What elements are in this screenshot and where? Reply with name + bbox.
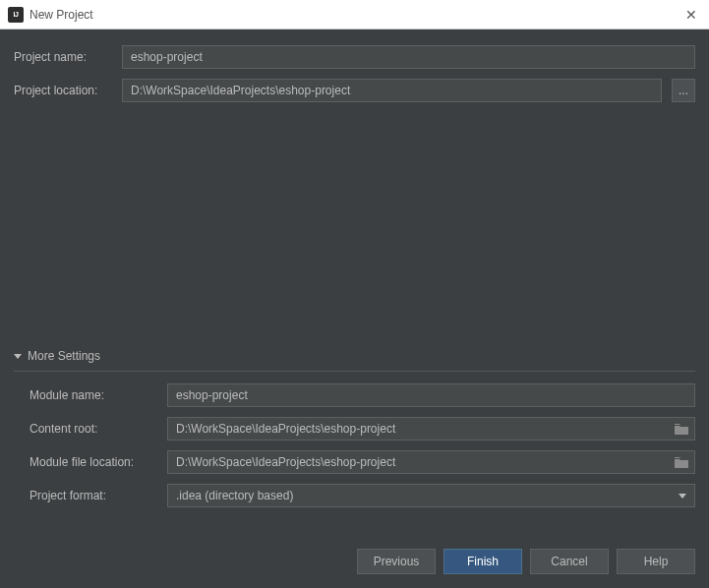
module-file-location-input[interactable] [168,451,675,473]
project-name-input[interactable] [122,45,695,69]
project-location-row: Project location: ... [14,79,695,102]
titlebar[interactable]: New Project ✕ [0,0,709,29]
browse-button[interactable]: ... [672,79,695,102]
more-settings-label: More Settings [28,349,100,363]
folder-icon[interactable] [675,424,688,435]
module-name-row: Module name: [30,383,695,407]
content-root-row: Content root: [30,417,695,441]
divider [14,371,695,372]
project-format-value: .idea (directory based) [176,489,293,502]
window-title: New Project [30,8,93,22]
project-format-row: Project format: .idea (directory based) [30,484,695,507]
folder-icon[interactable] [675,457,688,468]
more-settings-toggle[interactable]: More Settings [14,349,695,363]
module-name-label: Module name: [30,388,157,402]
app-icon [8,7,24,23]
more-settings-body: Module name: Content root: Module file l… [14,383,695,517]
module-file-location-field[interactable] [167,450,695,474]
project-location-label: Project location: [14,84,112,97]
project-location-input[interactable] [122,79,662,102]
content-root-field[interactable] [167,417,695,441]
finish-button[interactable]: Finish [443,549,522,574]
content-root-input[interactable] [168,418,675,440]
project-format-label: Project format: [30,489,157,502]
module-file-location-row: Module file location: [30,450,695,474]
project-name-row: Project name: [14,45,695,69]
project-format-select[interactable]: .idea (directory based) [167,484,695,507]
project-name-label: Project name: [14,50,112,64]
spacer [14,112,695,349]
cancel-button[interactable]: Cancel [530,549,609,574]
chevron-down-icon [679,494,686,499]
previous-button[interactable]: Previous [357,549,436,574]
module-name-input[interactable] [167,383,695,407]
close-icon[interactable]: ✕ [681,7,701,23]
chevron-down-icon [14,354,22,359]
button-bar: Previous Finish Cancel Help [14,535,695,588]
dialog-content: Project name: Project location: ... More… [0,29,709,588]
titlebar-left: New Project [8,7,93,23]
module-file-location-label: Module file location: [30,455,157,469]
help-button[interactable]: Help [617,549,695,574]
content-root-label: Content root: [30,422,157,436]
